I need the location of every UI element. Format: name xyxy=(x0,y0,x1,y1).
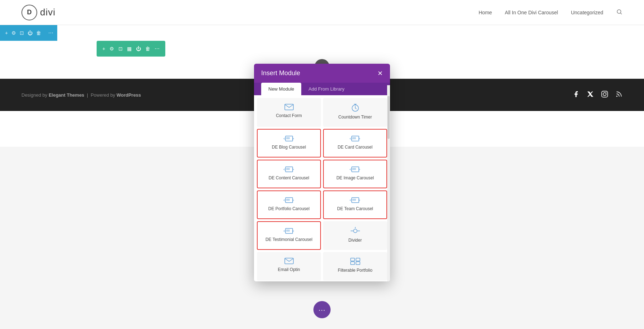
module-filterable-portfolio[interactable]: Filterable Portfolio xyxy=(323,252,387,281)
email-optin-label: Email Optin xyxy=(278,267,300,273)
module-countdown-timer[interactable]: Countdown Timer xyxy=(323,98,387,127)
toolbar-settings-icon[interactable]: ⚙ xyxy=(11,30,16,36)
toolbar-layout-icon[interactable]: ⊡ xyxy=(20,30,24,36)
svg-rect-22 xyxy=(352,168,356,170)
tab-new-module[interactable]: New Module xyxy=(261,83,301,95)
facebook-icon[interactable] xyxy=(572,91,580,100)
de-blog-carousel-icon: < > xyxy=(283,135,295,142)
elegant-themes-link[interactable]: Elegant Themes xyxy=(49,92,84,98)
section-more-icon[interactable]: ⋯ xyxy=(155,46,160,52)
contact-form-label: Contact Form xyxy=(276,113,302,119)
svg-rect-30 xyxy=(352,199,356,201)
section-grid-icon[interactable]: ▦ xyxy=(127,46,132,52)
rss-icon[interactable] xyxy=(615,91,623,100)
countdown-timer-icon xyxy=(351,104,359,112)
section-add-icon[interactable]: + xyxy=(102,46,105,52)
logo-area: D divi xyxy=(21,5,55,20)
svg-rect-14 xyxy=(352,137,356,139)
de-blog-carousel-label: DE Blog Carousel xyxy=(272,145,306,150)
modal-close-button[interactable]: ✕ xyxy=(377,70,383,77)
de-card-carousel-label: DE Card Carousel xyxy=(338,145,372,150)
modal-tabs: New Module Add From Library xyxy=(254,83,390,95)
section-layout-icon[interactable]: ⊡ xyxy=(118,46,123,52)
module-grid: Contact Form Countdown Timer xyxy=(254,95,390,281)
contact-form-icon xyxy=(284,104,294,110)
module-de-content-carousel[interactable]: < > DE Content Carousel xyxy=(257,160,321,188)
svg-rect-26 xyxy=(286,199,290,201)
insert-module-modal: Insert Module ✕ New Module Add From Libr… xyxy=(254,64,390,281)
divider-icon xyxy=(351,227,360,235)
instagram-icon[interactable] xyxy=(601,91,608,100)
divider-label: Divider xyxy=(348,238,362,243)
de-portfolio-carousel-icon: < > xyxy=(283,197,295,203)
section-delete-icon[interactable]: 🗑 xyxy=(145,46,150,52)
top-nav: D divi Home All In One Divi Carousel Unc… xyxy=(0,0,644,25)
module-email-optin[interactable]: Email Optin xyxy=(257,252,321,281)
section-power-icon[interactable]: ⏻ xyxy=(136,46,141,52)
svg-rect-2 xyxy=(602,91,608,97)
svg-text:<: < xyxy=(283,229,286,233)
nav-search-icon[interactable] xyxy=(616,9,623,16)
toolbar-delete-icon[interactable]: 🗑 xyxy=(36,30,41,36)
top-toolbar: + ⚙ ⊡ ⏻ 🗑 ⋯ xyxy=(0,25,57,41)
module-divider[interactable]: Divider xyxy=(323,221,387,250)
scrollbar-thumb[interactable] xyxy=(387,96,390,139)
dots-icon: ··· xyxy=(318,306,326,314)
svg-text:<: < xyxy=(283,168,286,171)
de-testimonial-carousel-icon: < > xyxy=(283,228,295,234)
svg-rect-43 xyxy=(351,262,355,265)
more-options-button[interactable]: ··· xyxy=(313,301,331,318)
svg-rect-10 xyxy=(286,137,290,139)
svg-text:>: > xyxy=(358,168,360,171)
email-optin-icon xyxy=(284,258,294,264)
module-contact-form[interactable]: Contact Form xyxy=(257,98,321,127)
svg-rect-34 xyxy=(286,229,290,232)
nav-home[interactable]: Home xyxy=(479,10,492,15)
de-content-carousel-icon: < > xyxy=(283,166,295,173)
svg-text:>: > xyxy=(292,198,294,202)
filterable-portfolio-icon xyxy=(350,258,360,265)
section-settings-icon[interactable]: ⚙ xyxy=(109,46,114,52)
svg-text:>: > xyxy=(292,137,294,141)
twitter-x-icon[interactable] xyxy=(587,91,594,100)
module-de-testimonial-carousel[interactable]: < > DE Testimonial Carousel xyxy=(257,221,321,250)
svg-text:<: < xyxy=(350,198,352,202)
nav-uncategorized[interactable]: Uncategorized xyxy=(571,10,603,15)
svg-rect-18 xyxy=(286,168,290,170)
section-toolbar: + ⚙ ⊡ ▦ ⏻ 🗑 ⋯ xyxy=(97,41,165,57)
footer-credit: Designed by Elegant Themes | Powered by … xyxy=(21,92,141,98)
toolbar-add-icon[interactable]: + xyxy=(5,30,8,36)
svg-text:<: < xyxy=(283,198,286,202)
scrollbar-track xyxy=(387,85,390,281)
filterable-portfolio-label: Filterable Portfolio xyxy=(338,268,372,274)
de-testimonial-carousel-label: DE Testimonial Carousel xyxy=(265,237,312,243)
de-image-carousel-label: DE Image Carousel xyxy=(336,175,374,181)
nav-carousel[interactable]: All In One Divi Carousel xyxy=(505,10,558,15)
svg-point-3 xyxy=(603,92,606,95)
logo-text: divi xyxy=(40,7,55,18)
svg-point-5 xyxy=(616,96,617,97)
countdown-timer-label: Countdown Timer xyxy=(338,115,372,120)
de-portfolio-carousel-label: DE Portfolio Carousel xyxy=(268,206,309,212)
de-card-carousel-icon: < > xyxy=(350,135,361,142)
tab-add-from-library[interactable]: Add From Library xyxy=(301,83,351,95)
module-de-team-carousel[interactable]: < > DE Team Carousel xyxy=(323,190,387,219)
svg-rect-44 xyxy=(356,262,360,265)
svg-rect-42 xyxy=(356,258,360,261)
module-de-card-carousel[interactable]: < > DE Card Carousel xyxy=(323,129,387,158)
module-de-image-carousel[interactable]: < > DE Image Carousel xyxy=(323,160,387,188)
svg-text:>: > xyxy=(358,137,360,141)
wordpress-link[interactable]: WordPress xyxy=(117,92,141,98)
toolbar-more-icon[interactable]: ⋯ xyxy=(48,30,53,36)
footer-social-icons xyxy=(572,91,623,100)
de-image-carousel-icon: < > xyxy=(350,166,361,173)
de-team-carousel-icon: < > xyxy=(350,197,361,203)
nav-links: Home All In One Divi Carousel Uncategori… xyxy=(479,9,623,16)
module-de-portfolio-carousel[interactable]: < > DE Portfolio Carousel xyxy=(257,190,321,219)
svg-text:>: > xyxy=(292,229,294,233)
modal-title: Insert Module xyxy=(261,69,300,77)
svg-point-4 xyxy=(606,92,607,93)
modal-header: Insert Module ✕ xyxy=(254,64,390,83)
module-de-blog-carousel[interactable]: < > DE Blog Carousel xyxy=(257,129,321,158)
toolbar-power-icon[interactable]: ⏻ xyxy=(28,30,33,36)
